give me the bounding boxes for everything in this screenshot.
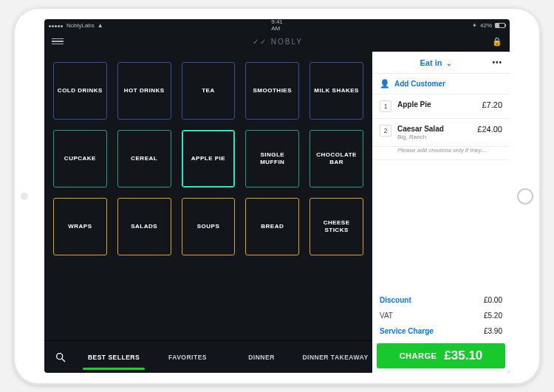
product-tile-label: CEREAL: [131, 155, 157, 162]
cart-lines: 1Apple Pie£7.202Caesar SaladBig, Ranch£2…: [372, 94, 510, 147]
catalog-panel: COLD DRINKSHOT DRINKSTEASMOOTHIESMILK SH…: [44, 52, 372, 373]
line-mods: Big, Ranch: [397, 134, 471, 140]
product-tile-label: TEA: [202, 87, 215, 94]
product-tile[interactable]: MILK SHAKES: [310, 62, 363, 120]
discount-button[interactable]: Discount: [380, 296, 411, 304]
status-time: 9:41 AM: [271, 19, 283, 32]
product-tile-label: WRAPS: [68, 223, 92, 230]
vat-value: £5.20: [484, 312, 502, 320]
product-tile-label: HOT DRINKS: [124, 87, 165, 94]
line-qty: 2: [380, 125, 391, 137]
lock-icon[interactable]: 🔒: [492, 37, 502, 47]
carrier-label: NoblyLabs: [66, 22, 95, 29]
vat-label: VAT: [380, 312, 393, 320]
cart-line[interactable]: 2Caesar SaladBig, Ranch£24.00: [372, 119, 510, 147]
person-icon: 👤: [380, 79, 390, 89]
add-customer-button[interactable]: 👤 Add Customer: [372, 74, 510, 94]
product-tile[interactable]: TEA: [182, 62, 236, 120]
line-price: £7.20: [482, 100, 502, 109]
cart-line[interactable]: 1Apple Pie£7.20: [372, 94, 510, 119]
product-tile-label: SMOOTHIES: [253, 87, 293, 94]
wifi-icon: ▲: [98, 22, 103, 29]
cart-panel: Eat in ⌄ ••• 👤 Add Customer 1Apple Pie£7…: [372, 52, 510, 373]
product-tile-label: COLD DRINKS: [58, 87, 103, 94]
product-tile[interactable]: HOT DRINKS: [117, 62, 171, 120]
product-tile-label: MILK SHAKES: [314, 87, 359, 94]
menu-button[interactable]: [52, 38, 64, 45]
product-tile-label: CHEESE STICKS: [313, 219, 360, 233]
ipad-camera: [21, 193, 28, 200]
signal-icon: [49, 22, 64, 29]
status-bar: NoblyLabs ▲ 9:41 AM ✦ 42%: [44, 19, 510, 31]
product-tile-label: CHOCOLATE BAR: [313, 151, 360, 165]
product-tile[interactable]: SINGLE MUFFIN: [245, 130, 299, 188]
chevron-down-icon: ⌄: [444, 60, 452, 67]
product-tile[interactable]: CUPCAKE: [53, 130, 107, 188]
charge-amount: £35.10: [444, 348, 482, 363]
svg-line-1: [62, 359, 65, 362]
product-tile[interactable]: CHEESE STICKS: [310, 198, 363, 255]
totals: Discount£0.00 VAT£5.20 Service Charge£3.…: [372, 289, 510, 343]
product-tile[interactable]: SMOOTHIES: [245, 62, 299, 120]
category-tab[interactable]: DINNER: [225, 341, 298, 373]
charge-label: CHARGE: [400, 351, 437, 360]
category-tabs: BEST SELLERSFAVORITESDINNERDINNER TAKEAW…: [77, 341, 372, 373]
product-tile[interactable]: BREAD: [245, 198, 299, 255]
line-note: Please add croutons only if they....: [372, 147, 510, 160]
product-tile-label: SINGLE MUFFIN: [249, 151, 295, 165]
category-tab[interactable]: FAVORITES: [151, 341, 225, 373]
app-screen: NoblyLabs ▲ 9:41 AM ✦ 42% ✓✓ NOBLY 🔒 COL…: [44, 19, 510, 373]
product-tile-label: BREAD: [261, 223, 284, 230]
product-tile[interactable]: CEREAL: [117, 130, 171, 188]
product-tile[interactable]: SALADS: [117, 198, 171, 255]
ipad-home-button[interactable]: [517, 188, 533, 204]
category-tab[interactable]: BEST SELLERS: [77, 341, 151, 373]
product-tile-label: CUPCAKE: [64, 155, 96, 162]
line-price: £24.00: [477, 125, 502, 134]
charge-button[interactable]: CHARGE £35.10: [377, 343, 505, 368]
service-charge-button[interactable]: Service Charge: [380, 327, 434, 335]
product-tile-label: SALADS: [131, 223, 157, 230]
ipad-frame: NoblyLabs ▲ 9:41 AM ✦ 42% ✓✓ NOBLY 🔒 COL…: [13, 7, 541, 385]
svg-point-0: [57, 353, 63, 359]
line-name: Apple Pie: [397, 100, 476, 109]
bottom-bar: BEST SELLERSFAVORITESDINNERDINNER TAKEAW…: [44, 340, 372, 373]
line-name: Caesar Salad: [397, 125, 471, 133]
battery-pct: 42%: [480, 22, 492, 29]
battery-icon: [495, 23, 505, 28]
product-tile[interactable]: CHOCOLATE BAR: [310, 130, 363, 188]
order-mode-selector[interactable]: Eat in ⌄: [380, 58, 492, 67]
line-qty: 1: [380, 100, 391, 112]
product-tile[interactable]: APPLE PIE: [182, 130, 236, 188]
search-button[interactable]: [44, 341, 77, 373]
search-icon: [55, 351, 66, 363]
product-tile[interactable]: COLD DRINKS: [53, 62, 107, 120]
brand-logo: ✓✓ NOBLY: [64, 38, 492, 46]
app-header: ✓✓ NOBLY 🔒: [44, 31, 510, 52]
discount-value: £0.00: [484, 296, 502, 304]
product-tile-label: SOUPS: [197, 223, 220, 230]
add-customer-label: Add Customer: [394, 80, 445, 88]
bluetooth-icon: ✦: [472, 22, 477, 29]
cart-more-button[interactable]: •••: [492, 58, 502, 66]
product-grid: COLD DRINKSHOT DRINKSTEASMOOTHIESMILK SH…: [44, 52, 372, 340]
product-tile[interactable]: WRAPS: [53, 198, 107, 255]
service-charge-value: £3.90: [484, 327, 502, 335]
category-tab[interactable]: DINNER TAKEAWAY: [298, 341, 372, 373]
product-tile-label: APPLE PIE: [191, 155, 225, 162]
product-tile[interactable]: SOUPS: [182, 198, 236, 255]
